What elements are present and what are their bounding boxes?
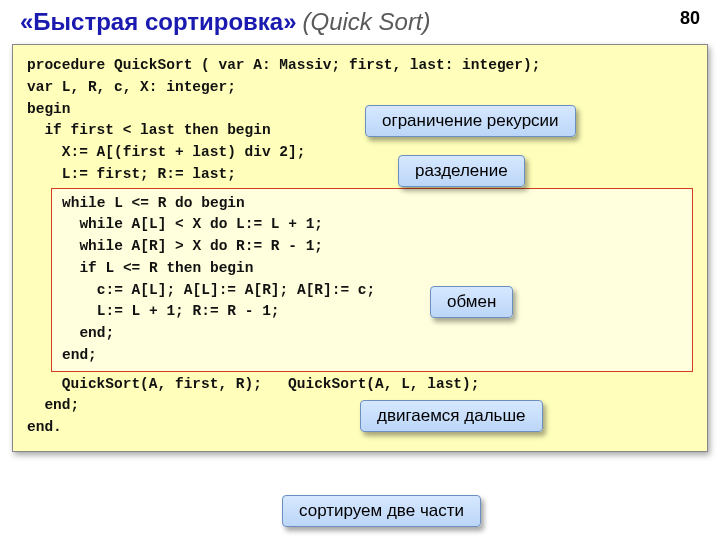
slide-header: «Быстрая сортировка» (Quick Sort) (0, 0, 720, 38)
code-line: begin (27, 99, 693, 121)
code-line: if L <= R then begin (62, 258, 682, 280)
code-line: if first < last then begin (27, 120, 693, 142)
code-block: procedure QuickSort ( var A: Massiv; fir… (12, 44, 708, 452)
code-line: while L <= R do begin (62, 193, 682, 215)
title-main: «Быстрая сортировка» (20, 8, 297, 36)
code-line: c:= A[L]; A[L]:= A[R]; A[R]:= c; (62, 280, 682, 302)
code-line: QuickSort(A, first, R); QuickSort(A, L, … (27, 374, 693, 396)
code-line: end; (62, 323, 682, 345)
title-sub: (Quick Sort) (303, 8, 431, 36)
code-line: end; (62, 345, 682, 367)
inner-code-box: while L <= R do begin while A[L] < X do … (51, 188, 693, 372)
code-line: L:= first; R:= last; (27, 164, 693, 186)
page-number: 80 (680, 8, 700, 29)
code-line: while A[L] < X do L:= L + 1; (62, 214, 682, 236)
code-line: var L, R, c, X: integer; (27, 77, 693, 99)
callout-partition: разделение (398, 155, 525, 187)
code-line: procedure QuickSort ( var A: Massiv; fir… (27, 55, 693, 77)
code-line: X:= A[(first + last) div 2]; (27, 142, 693, 164)
callout-sort-two-parts: сортируем две части (282, 495, 481, 527)
code-line: L:= L + 1; R:= R - 1; (62, 301, 682, 323)
callout-recursion-limit: ограничение рекурсии (365, 105, 576, 137)
callout-move-on: двигаемся дальше (360, 400, 543, 432)
callout-swap: обмен (430, 286, 513, 318)
code-line: while A[R] > X do R:= R - 1; (62, 236, 682, 258)
